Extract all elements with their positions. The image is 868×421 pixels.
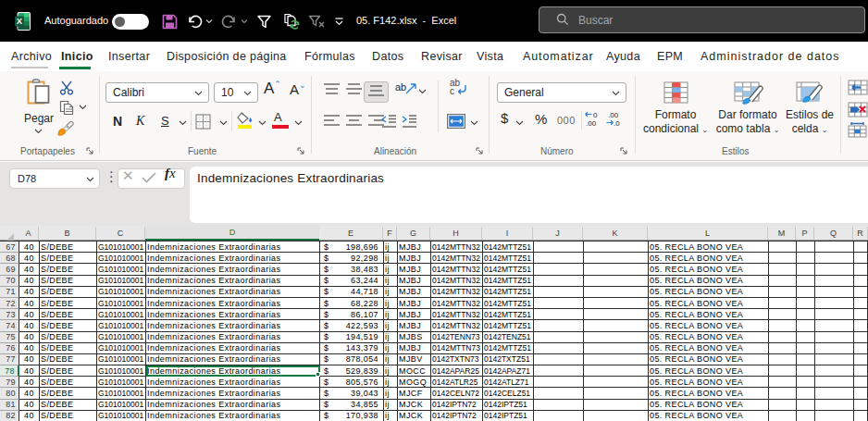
svg-text:.00: .00: [608, 111, 619, 119]
svg-text:X: X: [17, 16, 23, 26]
svg-text:.00: .00: [586, 119, 597, 128]
svg-text:0: 0: [593, 111, 598, 119]
svg-text:.0: .0: [614, 119, 620, 128]
